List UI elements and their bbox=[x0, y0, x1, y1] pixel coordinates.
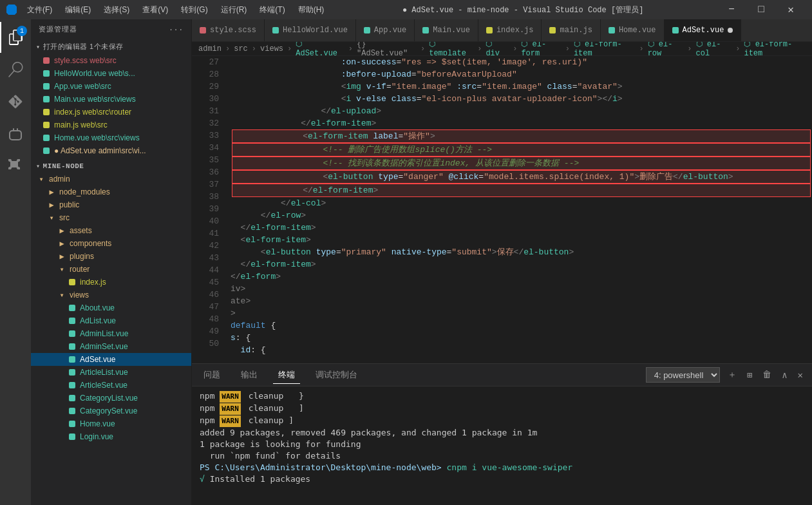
tree-categorylist[interactable]: CategoryList.vue bbox=[31, 392, 191, 405]
crumb-block[interactable]: {} "AdSet.vue" bbox=[357, 42, 417, 56]
tree-admin[interactable]: ▾ admin bbox=[31, 173, 191, 186]
crumb-el-form-item1[interactable]: ⬡ el-form-item bbox=[574, 42, 636, 56]
tree-adset[interactable]: AdSet.vue bbox=[31, 353, 191, 366]
crumb-admin[interactable]: admin bbox=[198, 44, 222, 53]
tree-login[interactable]: Login.vue bbox=[31, 430, 191, 443]
tree-node-modules[interactable]: ▶ node_modules bbox=[31, 186, 191, 198]
menu-bar: 文件(F) 编辑(E) 选择(S) 查看(V) 转到(G) 运行(R) 终端(T… bbox=[22, 3, 329, 17]
explorer-badge: 1 bbox=[17, 26, 27, 36]
tree-src[interactable]: ▾ src bbox=[31, 211, 191, 224]
minimize-button[interactable]: − bbox=[717, 0, 746, 19]
tree-assets[interactable]: ▶ assets bbox=[31, 224, 191, 237]
js-file-icon bbox=[67, 277, 77, 287]
tab-main-vue[interactable]: Main.vue bbox=[415, 19, 478, 41]
vue-file-icon bbox=[67, 303, 77, 313]
folder-icon: ▶ bbox=[46, 200, 57, 210]
tree-categoryset[interactable]: CategorySet.vue bbox=[31, 405, 191, 417]
open-editors-section[interactable]: ▾ 打开的编辑器 1个未保存 bbox=[31, 39, 191, 54]
activity-search[interactable] bbox=[0, 54, 31, 85]
vue-file-icon bbox=[67, 419, 77, 429]
add-terminal-button[interactable]: ＋ bbox=[725, 368, 739, 382]
open-file-app[interactable]: App.vue web\src bbox=[31, 80, 191, 93]
code-line-50: id: { bbox=[231, 344, 812, 356]
titlebar-left: 文件(F) 编辑(E) 选择(S) 查看(V) 转到(G) 运行(R) 终端(T… bbox=[6, 3, 329, 17]
tab-problems[interactable]: 问题 bbox=[198, 367, 225, 383]
menu-edit[interactable]: 编辑(E) bbox=[60, 3, 96, 17]
crumb-views[interactable]: views bbox=[260, 44, 283, 53]
activity-extensions[interactable] bbox=[0, 151, 31, 182]
line-numbers: 272829303132 333435363738 394041424344 4… bbox=[192, 56, 224, 363]
tree-index-js[interactable]: index.js bbox=[31, 276, 191, 289]
tree-articlelist[interactable]: ArticleList.vue bbox=[31, 366, 191, 379]
js-tab-icon bbox=[549, 27, 556, 33]
terminal-tabs-left: 问题 输出 终端 调试控制台 bbox=[198, 367, 363, 384]
tree-about[interactable]: About.vue bbox=[31, 301, 191, 314]
delete-terminal-button[interactable]: 🗑 bbox=[760, 368, 774, 381]
editor-content: 272829303132 333435363738 394041424344 4… bbox=[192, 56, 812, 363]
tab-terminal[interactable]: 终端 bbox=[273, 367, 300, 384]
vue-file-icon bbox=[67, 367, 77, 377]
open-file-main-js[interactable]: main.js web\src bbox=[31, 119, 191, 131]
menu-help[interactable]: 帮助(H) bbox=[293, 3, 330, 17]
folder-icon: ▾ bbox=[57, 264, 67, 274]
tree-articleset[interactable]: ArticleSet.vue bbox=[31, 379, 191, 392]
crumb-file[interactable]: ⬡ AdSet.vue bbox=[296, 42, 345, 56]
tab-helloworld[interactable]: HelloWorld.vue bbox=[265, 19, 356, 41]
split-terminal-button[interactable]: ⊞ bbox=[744, 368, 755, 382]
tab-output[interactable]: 输出 bbox=[236, 367, 263, 383]
maximize-button[interactable]: □ bbox=[746, 0, 776, 19]
crumb-el-form-item2[interactable]: ⬡ el-form-item bbox=[744, 42, 806, 56]
code-line-40: </el-form-item> bbox=[231, 222, 812, 234]
close-button[interactable]: ✕ bbox=[776, 0, 806, 19]
project-section[interactable]: ▾ MINE-NODE bbox=[31, 160, 191, 173]
crumb-el-row[interactable]: ⬡ el-row bbox=[648, 42, 684, 56]
code-area[interactable]: :on-success="res => $set(item, 'image', … bbox=[224, 56, 812, 363]
tab-home[interactable]: Home.vue bbox=[601, 19, 665, 41]
open-file-helloworld[interactable]: HelloWorld.vue web\s... bbox=[31, 67, 191, 80]
tab-style-scss[interactable]: style.scss bbox=[192, 19, 265, 41]
code-line-42: <el-button type="primary" native-type="s… bbox=[231, 246, 812, 258]
code-line-38: </el-col> bbox=[231, 197, 812, 209]
tree-home[interactable]: Home.vue bbox=[31, 417, 191, 430]
tree-public[interactable]: ▶ public bbox=[31, 198, 191, 211]
crumb-el-col[interactable]: ⬡ el-col bbox=[696, 42, 732, 56]
menu-view[interactable]: 查看(V) bbox=[137, 3, 173, 17]
tab-app[interactable]: App.vue bbox=[356, 19, 415, 41]
vue-tab-icon bbox=[272, 27, 279, 33]
close-panel-button[interactable]: ✕ bbox=[795, 368, 806, 382]
menu-run[interactable]: 运行(R) bbox=[216, 3, 252, 17]
open-file-home[interactable]: Home.vue web\src\views bbox=[31, 131, 191, 144]
code-line-31: </el-upload> bbox=[231, 105, 812, 117]
open-file-scss[interactable]: style.scss web\src bbox=[31, 54, 191, 67]
tree-components[interactable]: ▶ components bbox=[31, 237, 191, 250]
menu-select[interactable]: 选择(S) bbox=[99, 3, 135, 17]
open-file-adset[interactable]: ● AdSet.vue admin\src\vi... bbox=[31, 144, 191, 157]
chevron-up-icon[interactable]: ∧ bbox=[779, 368, 789, 382]
shell-selector[interactable]: 4: powershell bbox=[646, 367, 720, 383]
crumb-div[interactable]: ⬡ div bbox=[486, 42, 509, 56]
activity-explorer[interactable]: 1 bbox=[0, 22, 31, 53]
open-file-index-js[interactable]: index.js web\src\router bbox=[31, 106, 191, 119]
vue-tab-icon bbox=[609, 27, 615, 33]
code-line-47: > bbox=[231, 307, 812, 319]
menu-file[interactable]: 文件(F) bbox=[22, 3, 57, 17]
open-file-main-vue[interactable]: Main.vue web\src\views bbox=[31, 93, 191, 106]
tree-adminset[interactable]: AdminSet.vue bbox=[31, 340, 191, 353]
tree-plugins[interactable]: ▶ plugins bbox=[31, 250, 191, 263]
tab-debug-console[interactable]: 调试控制台 bbox=[310, 367, 363, 383]
tab-adset[interactable]: AdSet.vue bbox=[665, 19, 742, 41]
activity-debug[interactable] bbox=[0, 119, 31, 149]
menu-terminal[interactable]: 终端(T) bbox=[254, 3, 290, 17]
tab-index-js[interactable]: index.js bbox=[478, 19, 542, 41]
tree-adminlist[interactable]: AdminList.vue bbox=[31, 327, 191, 340]
tree-router[interactable]: ▾ router bbox=[31, 263, 191, 276]
activity-git[interactable] bbox=[0, 86, 31, 117]
menu-goto[interactable]: 转到(G) bbox=[176, 3, 212, 17]
crumb-template[interactable]: ⬡ template bbox=[429, 42, 473, 56]
crumb-el-form[interactable]: ⬡ el-form bbox=[521, 42, 561, 56]
crumb-src[interactable]: src bbox=[234, 44, 248, 53]
terminal-line-2: npm WARN cleanup ] bbox=[200, 403, 804, 415]
tree-adlist[interactable]: AdList.vue bbox=[31, 314, 191, 327]
tab-main-js[interactable]: main.js bbox=[542, 19, 600, 41]
tree-views[interactable]: ▾ views bbox=[31, 289, 191, 301]
